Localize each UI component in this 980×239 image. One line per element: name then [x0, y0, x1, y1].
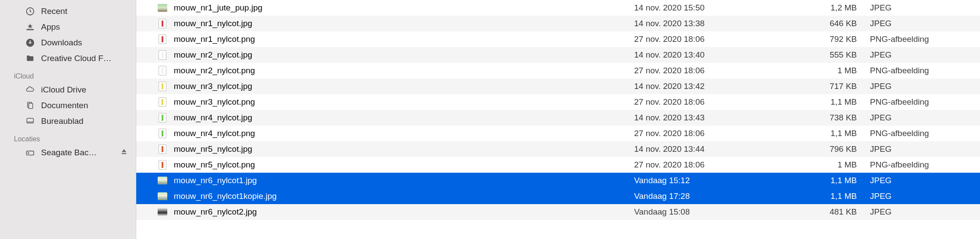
- clock-icon: [24, 6, 36, 17]
- sidebar-item-downloads[interactable]: Downloads: [0, 35, 136, 51]
- file-name: mouw_nr1_nylcot.png: [174, 34, 625, 44]
- file-date: 14 nov. 2020 13:44: [625, 144, 800, 154]
- file-row[interactable]: mouw_nr4_nylcot.png27 nov. 2020 18:061,1…: [136, 126, 980, 141]
- sidebar-item-bureaublad[interactable]: Bureaublad: [0, 113, 136, 129]
- file-list[interactable]: mouw_nr1_jute_pup.jpg14 nov. 2020 15:501…: [136, 0, 980, 239]
- file-size: 646 KB: [800, 19, 870, 28]
- file-row[interactable]: mouw_nr2_nylcot.png27 nov. 2020 18:061 M…: [136, 63, 980, 79]
- apps-icon: [24, 21, 36, 33]
- file-name: mouw_nr3_nylcot.png: [174, 97, 625, 107]
- file-size: 1,1 MB: [800, 176, 870, 185]
- file-name: mouw_nr6_nylcot1kopie.jpg: [174, 191, 625, 201]
- file-kind: PNG-afbeelding: [870, 34, 975, 44]
- file-icon: [157, 160, 168, 170]
- file-date: 27 nov. 2020 18:06: [625, 66, 800, 75]
- file-date: 27 nov. 2020 18:06: [625, 160, 800, 170]
- file-date: 27 nov. 2020 18:06: [625, 129, 800, 138]
- file-size: 792 KB: [800, 34, 870, 44]
- desktop-icon: [24, 116, 36, 127]
- file-name: mouw_nr4_nylcot.jpg: [174, 113, 625, 123]
- file-row[interactable]: mouw_nr6_nylcot2.jpgVandaag 15:08481 KBJ…: [136, 204, 980, 220]
- file-date: Vandaag 17:28: [625, 191, 800, 201]
- file-name: mouw_nr2_nylcot.jpg: [174, 50, 625, 60]
- downloads-icon: [24, 37, 36, 48]
- file-icon: [157, 97, 168, 107]
- eject-icon[interactable]: [120, 148, 128, 158]
- file-row[interactable]: mouw_nr6_nylcot1.jpgVandaag 15:121,1 MBJ…: [136, 173, 980, 188]
- file-icon: [157, 207, 168, 217]
- file-kind: PNG-afbeelding: [870, 66, 975, 75]
- file-date: 14 nov. 2020 15:50: [625, 3, 800, 13]
- file-date: 14 nov. 2020 13:38: [625, 19, 800, 28]
- file-icon: [157, 191, 168, 201]
- file-size: 1,2 MB: [800, 3, 870, 13]
- svg-rect-6: [27, 151, 34, 155]
- file-icon: [157, 144, 168, 154]
- file-date: Vandaag 15:12: [625, 176, 800, 185]
- file-row[interactable]: mouw_nr3_nylcot.png27 nov. 2020 18:061,1…: [136, 94, 980, 110]
- file-row[interactable]: mouw_nr5_nylcot.jpg14 nov. 2020 13:44796…: [136, 141, 980, 157]
- file-row[interactable]: mouw_nr3_nylcot.jpg14 nov. 2020 13:42717…: [136, 79, 980, 94]
- file-icon: [157, 113, 168, 123]
- file-icon: [157, 18, 168, 29]
- sidebar-item-icloud-drive[interactable]: iCloud Drive: [0, 82, 136, 98]
- file-size: 738 KB: [800, 113, 870, 123]
- file-date: 14 nov. 2020 13:40: [625, 50, 800, 60]
- file-name: mouw_nr5_nylcot.jpg: [174, 144, 625, 154]
- sidebar-item-creative-cloud-f-[interactable]: Creative Cloud F…: [0, 51, 136, 66]
- file-name: mouw_nr4_nylcot.png: [174, 129, 625, 138]
- file-date: Vandaag 15:08: [625, 207, 800, 217]
- file-row[interactable]: mouw_nr2_nylcot.jpg14 nov. 2020 13:40555…: [136, 47, 980, 63]
- file-name: mouw_nr1_jute_pup.jpg: [174, 3, 625, 13]
- sidebar-item-label: Seagate Bac…: [41, 148, 97, 157]
- file-row[interactable]: mouw_nr1_jute_pup.jpg14 nov. 2020 15:501…: [136, 0, 980, 16]
- sidebar-header-icloud: iCloud: [0, 66, 136, 82]
- file-date: 27 nov. 2020 18:06: [625, 97, 800, 107]
- sidebar-header-locations: Locaties: [0, 129, 136, 145]
- file-date: 27 nov. 2020 18:06: [625, 34, 800, 44]
- file-row[interactable]: mouw_nr5_nylcot.png27 nov. 2020 18:061 M…: [136, 157, 980, 173]
- file-row[interactable]: mouw_nr4_nylcot.jpg14 nov. 2020 13:43738…: [136, 110, 980, 126]
- file-row[interactable]: mouw_nr1_nylcot.jpg14 nov. 2020 13:38646…: [136, 16, 980, 31]
- sidebar-item-label: Recent: [41, 7, 67, 16]
- cloud-icon: [24, 84, 36, 96]
- file-kind: JPEG: [870, 3, 975, 13]
- file-name: mouw_nr6_nylcot2.jpg: [174, 207, 625, 217]
- file-kind: PNG-afbeelding: [870, 160, 975, 170]
- file-date: 14 nov. 2020 13:42: [625, 82, 800, 91]
- file-kind: PNG-afbeelding: [870, 97, 975, 107]
- file-kind: JPEG: [870, 82, 975, 91]
- file-row[interactable]: mouw_nr6_nylcot1kopie.jpgVandaag 17:281,…: [136, 188, 980, 204]
- documents-icon: [24, 100, 36, 111]
- file-kind: JPEG: [870, 191, 975, 201]
- file-row[interactable]: mouw_nr1_nylcot.png27 nov. 2020 18:06792…: [136, 31, 980, 47]
- sidebar-item-label: Bureaublad: [41, 116, 83, 126]
- file-size: 1 MB: [800, 66, 870, 75]
- file-icon: [157, 50, 168, 60]
- file-name: mouw_nr2_nylcot.png: [174, 66, 625, 75]
- svg-rect-5: [27, 118, 34, 123]
- file-kind: JPEG: [870, 113, 975, 123]
- sidebar-item-label: Documenten: [41, 101, 88, 110]
- sidebar: RecentAppsDownloadsCreative Cloud F… iCl…: [0, 0, 136, 239]
- file-icon: [157, 81, 168, 92]
- svg-rect-1: [27, 29, 34, 31]
- sidebar-item-apps[interactable]: Apps: [0, 19, 136, 35]
- file-size: 1,1 MB: [800, 97, 870, 107]
- sidebar-item-documenten[interactable]: Documenten: [0, 98, 136, 113]
- file-name: mouw_nr1_nylcot.jpg: [174, 19, 625, 28]
- file-size: 1 MB: [800, 160, 870, 170]
- sidebar-item-label: Creative Cloud F…: [41, 54, 112, 63]
- file-size: 1,1 MB: [800, 191, 870, 201]
- file-size: 717 KB: [800, 82, 870, 91]
- file-size: 555 KB: [800, 50, 870, 60]
- sidebar-item-recent[interactable]: Recent: [0, 3, 136, 19]
- sidebar-item-label: Apps: [41, 22, 60, 32]
- file-size: 796 KB: [800, 144, 870, 154]
- sidebar-item-label: Downloads: [41, 38, 82, 48]
- file-kind: JPEG: [870, 50, 975, 60]
- folder-icon: [24, 53, 36, 64]
- sidebar-item-seagate-bac-[interactable]: Seagate Bac…: [0, 145, 136, 160]
- file-icon: [157, 128, 168, 139]
- file-icon: [157, 175, 168, 186]
